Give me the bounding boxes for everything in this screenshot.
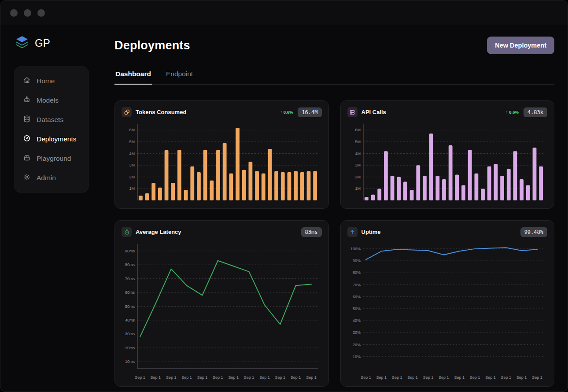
- svg-text:4M: 4M: [355, 152, 361, 156]
- svg-text:Sep 1: Sep 1: [291, 375, 301, 380]
- card-header: Average Latency 83ms: [122, 227, 322, 237]
- page-title: Deployments: [114, 39, 190, 52]
- svg-text:Sep 1: Sep 1: [485, 375, 496, 380]
- svg-text:20ms: 20ms: [125, 346, 135, 350]
- svg-text:4M: 4M: [129, 152, 135, 156]
- server-icon: [347, 107, 358, 117]
- svg-text:40%: 40%: [352, 318, 360, 323]
- page-header: Deployments New Deployment: [114, 37, 554, 54]
- sidebar-item-label: Home: [37, 77, 55, 85]
- sidebar-item-playground[interactable]: Playground: [18, 149, 85, 168]
- svg-text:Sep 1: Sep 1: [151, 375, 161, 380]
- sidebar-item-admin[interactable]: Admin: [18, 168, 85, 188]
- card-api-calls: API Calls ↑ 8.6% 4.83k 1M2M3M4M5M6M: [340, 100, 555, 209]
- card-title: API Calls: [361, 109, 386, 115]
- svg-text:60ms: 60ms: [125, 290, 135, 295]
- sidebar-item-home[interactable]: Home: [18, 71, 85, 91]
- database-icon: [23, 115, 31, 125]
- sidebar-nav: Home Models: [15, 67, 89, 192]
- stopwatch-icon: [122, 227, 132, 237]
- titlebar: [0, 0, 568, 25]
- svg-text:Sep 1: Sep 1: [259, 375, 270, 380]
- sidebar-item-label: Playground: [37, 155, 71, 163]
- sidebar-item-models[interactable]: Models: [18, 91, 85, 110]
- svg-text:2M: 2M: [129, 175, 135, 179]
- delta-badge: ↑ 8.6%: [280, 110, 293, 115]
- svg-text:2M: 2M: [355, 175, 361, 179]
- gear-icon: [23, 173, 31, 183]
- svg-text:30%: 30%: [352, 330, 360, 335]
- svg-text:Sep 1: Sep 1: [166, 375, 177, 380]
- value-chip: 83ms: [301, 227, 322, 237]
- svg-text:5M: 5M: [129, 140, 135, 144]
- card-tokens-consumed: Tokens Consumed ↑ 8.6% 16.4M 1M2M3M4M5M6…: [114, 100, 329, 209]
- svg-text:Sep 1: Sep 1: [275, 375, 286, 380]
- sidebar-item-label: Datasets: [37, 116, 63, 124]
- svg-text:90%: 90%: [352, 259, 360, 263]
- svg-text:Sep 1: Sep 1: [135, 375, 145, 380]
- card-title: Average Latency: [136, 229, 181, 235]
- svg-text:1M: 1M: [129, 186, 135, 191]
- svg-text:6M: 6M: [355, 128, 361, 132]
- window-minimize-button[interactable]: [24, 9, 31, 17]
- api-calls-chart: 1M2M3M4M5M6M: [347, 120, 548, 204]
- svg-text:Sep 1: Sep 1: [454, 375, 465, 380]
- app-window: GP Home: [0, 0, 568, 392]
- sidebar-item-datasets[interactable]: Datasets: [18, 110, 85, 129]
- svg-text:3M: 3M: [355, 163, 361, 167]
- svg-text:Sep 1: Sep 1: [516, 375, 527, 380]
- delta-badge: ↑ 8.6%: [506, 110, 519, 115]
- svg-text:Sep 1: Sep 1: [469, 375, 480, 380]
- sidebar: GP Home: [0, 25, 114, 392]
- layers-logo-icon: [15, 35, 30, 52]
- average-latency-chart: 10ms20ms30ms40ms50ms60ms70ms80ms90msSep …: [122, 240, 322, 382]
- svg-text:30ms: 30ms: [125, 332, 135, 336]
- svg-text:70%: 70%: [352, 283, 360, 287]
- card-title: Uptime: [361, 229, 381, 235]
- main-content: Deployments New Deployment Dashboard End…: [114, 25, 568, 392]
- svg-text:70ms: 70ms: [125, 277, 135, 281]
- svg-text:Sep 1: Sep 1: [376, 375, 387, 380]
- value-chip: 4.83k: [524, 107, 547, 117]
- svg-text:1M: 1M: [355, 186, 361, 191]
- card-average-latency: Average Latency 83ms 10ms20ms30ms40ms50m…: [114, 220, 329, 387]
- sidebar-item-label: Deployments: [37, 135, 76, 143]
- svg-text:Sep 1: Sep 1: [197, 375, 208, 380]
- tokens-consumed-chart: 1M2M3M4M5M6M: [122, 120, 322, 204]
- svg-text:Sep 1: Sep 1: [306, 375, 317, 380]
- svg-text:Sep 1: Sep 1: [501, 375, 511, 380]
- svg-text:90ms: 90ms: [125, 249, 135, 253]
- window-maximize-button[interactable]: [37, 9, 45, 17]
- gauge-icon: [23, 134, 31, 144]
- sidebar-item-deployments[interactable]: Deployments: [18, 129, 85, 149]
- tab-dashboard[interactable]: Dashboard: [114, 70, 152, 85]
- tab-endpoint[interactable]: Endpoint: [165, 70, 194, 85]
- card-uptime: Uptime 99.48% 10%20%30%40%50%60%70%80%90…: [340, 220, 555, 387]
- svg-text:40ms: 40ms: [125, 318, 135, 322]
- home-icon: [23, 76, 31, 86]
- svg-text:20%: 20%: [352, 343, 360, 347]
- svg-text:80ms: 80ms: [125, 263, 135, 267]
- svg-text:Sep 1: Sep 1: [213, 375, 223, 380]
- card-title: Tokens Consumed: [136, 109, 186, 115]
- sidebar-item-label: Models: [37, 96, 59, 104]
- svg-text:10%: 10%: [352, 355, 360, 359]
- svg-text:Sep 1: Sep 1: [423, 375, 433, 380]
- svg-text:3M: 3M: [129, 163, 135, 167]
- card-header: API Calls ↑ 8.6% 4.83k: [347, 107, 548, 117]
- sidebar-item-label: Admin: [37, 174, 56, 182]
- svg-text:100%: 100%: [350, 247, 360, 251]
- svg-text:Sep 1: Sep 1: [391, 375, 402, 380]
- svg-text:10ms: 10ms: [125, 359, 135, 364]
- value-chip: 16.4M: [298, 107, 321, 117]
- svg-text:60%: 60%: [352, 295, 360, 299]
- svg-text:6M: 6M: [129, 128, 135, 132]
- box-icon: [23, 154, 31, 163]
- svg-text:Sep 1: Sep 1: [407, 375, 418, 380]
- svg-text:Sep 1: Sep 1: [228, 375, 239, 380]
- window-close-button[interactable]: [10, 9, 18, 17]
- svg-text:80%: 80%: [352, 270, 360, 275]
- new-deployment-button[interactable]: New Deployment: [487, 37, 554, 54]
- coins-icon: [122, 107, 132, 117]
- svg-text:50%: 50%: [352, 307, 360, 311]
